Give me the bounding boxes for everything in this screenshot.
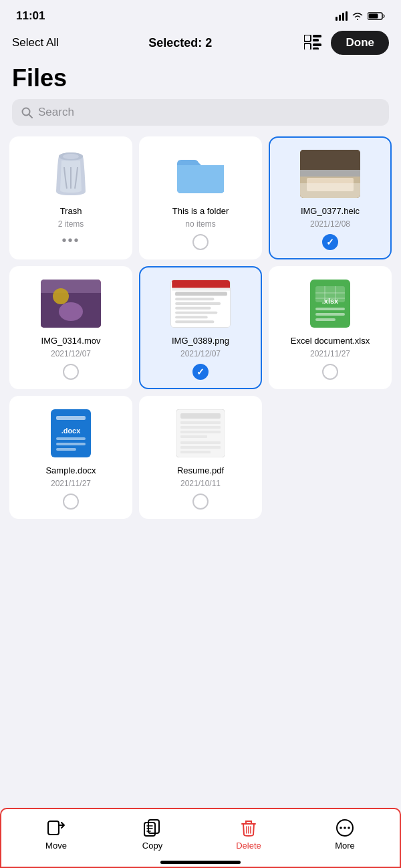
svg-rect-40 xyxy=(315,318,336,321)
file-date: 2021/10/11 xyxy=(180,479,221,488)
svg-rect-55 xyxy=(180,426,221,429)
file-card-folder[interactable]: This is a folder no items xyxy=(139,136,262,259)
svg-rect-38 xyxy=(315,308,345,310)
svg-point-16 xyxy=(63,154,79,159)
file-meta: 2 items xyxy=(58,219,84,229)
svg-rect-59 xyxy=(180,446,221,449)
xlsx-icon: .xlsx xyxy=(310,280,350,328)
copy-action[interactable]: Copy xyxy=(119,819,186,851)
selection-circle[interactable] xyxy=(63,364,79,380)
file-meta: no items xyxy=(185,219,215,229)
file-icon-area: .docx xyxy=(17,407,124,460)
svg-rect-41 xyxy=(315,286,345,302)
file-card-resume[interactable]: Resume.pdf 2021/10/11 xyxy=(139,396,262,519)
img-thumbnail xyxy=(170,280,231,328)
toolbar-right: Done xyxy=(301,31,389,55)
search-placeholder: Search xyxy=(38,106,74,119)
file-name: IMG_0314.mov xyxy=(41,336,101,347)
file-date: 2021/12/07 xyxy=(180,349,221,358)
svg-rect-11 xyxy=(313,47,319,49)
done-button[interactable]: Done xyxy=(331,31,389,55)
move-icon-svg xyxy=(47,819,65,837)
svg-rect-60 xyxy=(180,451,211,453)
file-card-img0377[interactable]: IMG_0377.heic 2021/12/08 xyxy=(269,136,392,259)
file-card-img0389[interactable]: IMG_0389.png 2021/12/07 xyxy=(139,266,262,389)
svg-rect-10 xyxy=(313,43,321,46)
folder-icon xyxy=(174,153,227,195)
selected-count-label: Selected: 2 xyxy=(148,36,212,50)
svg-rect-29 xyxy=(175,292,227,296)
more-label: More xyxy=(335,841,355,851)
search-icon xyxy=(21,107,33,118)
move-action[interactable]: Move xyxy=(23,819,90,851)
file-date: 2021/11/27 xyxy=(310,349,350,358)
trash-icon xyxy=(52,151,90,197)
svg-rect-51 xyxy=(56,448,76,451)
selection-circle-checked[interactable] xyxy=(192,364,209,380)
file-card-trash[interactable]: Trash 2 items ••• xyxy=(9,136,132,259)
file-name: Sample.docx xyxy=(45,465,96,477)
file-name: IMG_0377.heic xyxy=(301,206,360,217)
svg-rect-3 xyxy=(346,11,348,21)
delete-label: Delete xyxy=(236,841,261,851)
selection-circle-checked[interactable] xyxy=(322,234,338,250)
file-icon-area xyxy=(147,407,254,460)
signal-icon xyxy=(336,11,348,21)
svg-rect-18 xyxy=(300,150,360,170)
svg-rect-39 xyxy=(315,313,345,316)
mov-preview xyxy=(41,280,101,328)
file-card-excel[interactable]: .xlsx Excel document.xlsx 2021/11/27 xyxy=(269,266,392,389)
file-icon-area xyxy=(17,147,124,201)
svg-rect-8 xyxy=(313,39,319,41)
status-time: 11:01 xyxy=(16,9,45,23)
status-bar: 11:01 xyxy=(0,0,401,27)
svg-rect-31 xyxy=(175,302,221,305)
copy-icon-svg xyxy=(143,819,162,837)
selection-circle[interactable] xyxy=(63,494,79,510)
file-name: Excel document.xlsx xyxy=(291,336,370,347)
docx-icon: .docx xyxy=(51,409,91,457)
file-icon-area xyxy=(147,277,254,330)
img-thumbnail xyxy=(41,280,101,328)
svg-line-13 xyxy=(29,114,32,118)
delete-icon xyxy=(239,819,258,837)
svg-point-72 xyxy=(344,827,346,829)
file-date: 2021/12/07 xyxy=(51,349,91,358)
view-toggle-button[interactable] xyxy=(301,32,324,54)
svg-rect-1 xyxy=(339,15,341,21)
file-icon-area xyxy=(147,147,254,201)
toolbar: Select All Selected: 2 Done xyxy=(0,27,401,62)
search-bar[interactable]: Search xyxy=(12,99,389,126)
svg-rect-33 xyxy=(175,312,217,314)
selection-circle[interactable] xyxy=(192,494,209,510)
more-action[interactable]: More xyxy=(311,819,378,851)
delete-action[interactable]: Delete xyxy=(215,819,282,851)
file-name: Trash xyxy=(60,206,82,217)
svg-rect-54 xyxy=(180,421,221,424)
file-more-dots: ••• xyxy=(61,233,80,248)
move-icon xyxy=(47,819,65,837)
selection-circle[interactable] xyxy=(322,364,338,380)
svg-rect-34 xyxy=(175,316,208,318)
more-icon xyxy=(336,819,354,837)
svg-rect-53 xyxy=(180,413,221,419)
file-name: IMG_0389.png xyxy=(172,336,229,347)
selection-circle[interactable] xyxy=(192,234,209,250)
svg-rect-49 xyxy=(56,437,86,440)
select-all-button[interactable]: Select All xyxy=(12,33,59,52)
file-card-sample[interactable]: .docx Sample.docx 2021/11/27 xyxy=(9,396,132,519)
svg-text:.docx: .docx xyxy=(61,427,82,435)
svg-rect-5 xyxy=(369,14,378,19)
svg-rect-50 xyxy=(56,443,86,445)
file-icon-area xyxy=(277,147,384,201)
svg-rect-58 xyxy=(180,441,221,444)
svg-rect-30 xyxy=(175,298,214,300)
file-date: 2021/11/27 xyxy=(51,479,91,488)
file-card-img0314[interactable]: IMG_0314.mov 2021/12/07 xyxy=(9,266,132,389)
copy-label: Copy xyxy=(142,841,162,851)
file-name: Resume.pdf xyxy=(177,465,224,477)
pdf-thumbnail xyxy=(176,409,225,457)
svg-rect-9 xyxy=(304,43,311,49)
svg-rect-2 xyxy=(342,13,344,21)
svg-rect-57 xyxy=(180,435,207,438)
